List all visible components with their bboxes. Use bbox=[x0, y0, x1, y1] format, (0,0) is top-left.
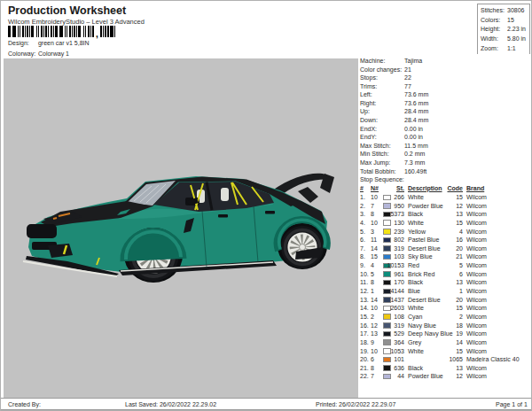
seq-code: 21 bbox=[430, 252, 463, 261]
machine-row-value: 11.5 mm bbox=[404, 142, 428, 151]
machine-row: Stops:22 bbox=[359, 74, 531, 82]
barcode-bars-icon bbox=[100, 26, 115, 37]
seq-stitches: 2603 bbox=[359, 304, 404, 313]
seq-code: 6 bbox=[430, 270, 463, 279]
seq-stitches: 364 bbox=[359, 338, 404, 347]
seq-code: 4 bbox=[430, 228, 463, 237]
stop-sequence-row: 17.13529Deep Navy Blue19Wilcom bbox=[359, 330, 531, 338]
created-by-label: Created By: bbox=[8, 401, 41, 407]
stop-sequence-row: 22.744Powder Blue12Wilcom bbox=[359, 372, 531, 381]
stop-sequence-row: 10.5961Brick Red6Wilcom bbox=[359, 270, 531, 279]
stop-sequence-row: 7.14319Desert Blue20Wilcom bbox=[359, 244, 531, 253]
summary-row: Height:2.23 in bbox=[478, 25, 529, 35]
summary-row-value: 5.80 in bbox=[507, 35, 526, 44]
page-number: Page 1 of 1 bbox=[496, 401, 528, 407]
seq-stitches: 239 bbox=[359, 228, 404, 237]
seq-code: 13 bbox=[430, 364, 463, 373]
stop-sequence-row: 6.11802Pastel Blue16Wilcom bbox=[359, 236, 531, 244]
seq-code: 19 bbox=[430, 330, 463, 338]
machine-row: Machine:Tajima bbox=[359, 57, 531, 66]
stop-sequence-row: 12.14144Blue1Wilcom bbox=[359, 287, 531, 296]
seq-stitches: 1053 bbox=[359, 347, 404, 356]
machine-row-label: Trims: bbox=[360, 82, 377, 91]
seq-brand: Wilcom bbox=[466, 261, 487, 270]
machine-row: Up:28.4 mm bbox=[359, 107, 531, 116]
summary-row: Colors:15 bbox=[478, 16, 529, 26]
machine-row-label: Max Jump: bbox=[360, 159, 390, 167]
seq-description: Black bbox=[408, 364, 423, 373]
car-embroidery-design bbox=[14, 169, 342, 311]
summary-box: Stitches:30806Colors:15Height:2.23 inWid… bbox=[477, 4, 530, 56]
seq-stitches: 319 bbox=[359, 244, 404, 253]
seq-brand: Wilcom bbox=[466, 330, 487, 338]
seq-code: 13 bbox=[430, 278, 463, 287]
seq-stitches: 802 bbox=[359, 236, 404, 244]
machine-row-value: 0.00 in bbox=[404, 133, 423, 142]
seat bbox=[221, 188, 229, 201]
seq-code: 14 bbox=[430, 338, 463, 347]
machine-row-label: Stops: bbox=[360, 74, 378, 82]
front-grille bbox=[27, 224, 57, 238]
seq-brand: Wilcom bbox=[466, 304, 487, 313]
machine-row-label: Left: bbox=[360, 90, 372, 99]
door-handle bbox=[265, 211, 275, 214]
seq-brand: Wilcom bbox=[466, 296, 487, 305]
seq-brand: Wilcom bbox=[466, 219, 487, 228]
stop-sequence-row: 4.10130White15Wilcom bbox=[359, 219, 531, 228]
machine-row: Min Stitch:0.2 mm bbox=[359, 150, 531, 159]
stop-sequence-row: 16.12319Navy Blue18Wilcom bbox=[359, 322, 531, 330]
summary-row: Zoom:1:1 bbox=[478, 44, 529, 54]
summary-row-value: 15 bbox=[507, 16, 514, 26]
machine-row-value: 0.00 in bbox=[404, 125, 423, 134]
seq-stitches: 319 bbox=[359, 322, 404, 330]
machine-row-value: 73.6 mm bbox=[404, 90, 428, 99]
seq-brand: Wilcom bbox=[466, 347, 487, 356]
stop-sequence-rows: 1.10266White15Wilcom2.7950Powder Blue12W… bbox=[359, 193, 531, 381]
seq-stitches: 950 bbox=[359, 202, 404, 211]
seq-stitches: 529 bbox=[359, 330, 404, 338]
machine-row: Max Jump:7.3 mm bbox=[359, 159, 531, 167]
seq-stitches: 44 bbox=[359, 372, 404, 381]
machine-row: Color changes:21 bbox=[359, 66, 531, 74]
seq-code: 15 bbox=[430, 304, 463, 313]
seq-description: White bbox=[408, 219, 424, 228]
seq-description: Blue bbox=[408, 287, 420, 296]
seq-stitches: 101 bbox=[359, 355, 404, 364]
seq-brand: Madeira Classic 40 bbox=[466, 355, 520, 364]
stop-sequence-header: # N# St. Description Code Brand bbox=[359, 185, 531, 194]
design-value: green car v1 5,8IN bbox=[38, 40, 90, 46]
machine-row-label: EndX: bbox=[360, 125, 377, 134]
colorway-label: Colorway: bbox=[8, 50, 36, 57]
summary-row-value: 30806 bbox=[507, 6, 524, 16]
seq-code: 1065 bbox=[430, 355, 463, 364]
app-subtitle: Wilcom EmbroideryStudio – Level 3 Advanc… bbox=[8, 18, 145, 26]
seq-brand: Wilcom bbox=[466, 287, 487, 296]
seq-brand: Wilcom bbox=[466, 210, 487, 219]
seq-brand: Wilcom bbox=[466, 202, 487, 211]
seq-stitches: 1437 bbox=[359, 296, 404, 305]
stop-sequence-row: 21.8636Black13Wilcom bbox=[359, 364, 531, 373]
machine-row-label: EndY: bbox=[360, 133, 377, 142]
stop-sequence-row: 5.3239Yellow4Wilcom bbox=[359, 228, 531, 237]
machine-row-label: Color changes: bbox=[360, 66, 402, 74]
footer-bar: Created By: Last Saved: 26/02/2022 22.29… bbox=[1, 398, 532, 410]
seq-brand: Wilcom bbox=[466, 236, 487, 244]
page-title: Production Worksheet bbox=[8, 4, 126, 17]
seq-code: 15 bbox=[430, 219, 463, 228]
colorway-row: Colorway: Colorway 1 bbox=[8, 50, 69, 57]
machine-row: Down:28.4 mm bbox=[359, 116, 531, 125]
seq-brand: Wilcom bbox=[466, 313, 487, 322]
machine-row-value: 21 bbox=[404, 66, 411, 74]
col-header-code: Code bbox=[430, 185, 463, 191]
seq-description: Black bbox=[408, 278, 423, 287]
info-panel: Machine:TajimaColor changes:21Stops:22Tr… bbox=[359, 54, 531, 398]
seq-brand: Wilcom bbox=[466, 364, 487, 373]
seq-stitches: 4144 bbox=[359, 287, 404, 296]
barcode-separator: , bbox=[96, 32, 98, 37]
stop-sequence-row: 18.9364Grey14Wilcom bbox=[359, 338, 531, 347]
machine-row: Trims:77 bbox=[359, 82, 531, 91]
machine-row-value: 22 bbox=[404, 74, 411, 82]
seq-description: Cyan bbox=[408, 313, 422, 322]
summary-row: Width:5.80 in bbox=[478, 35, 529, 44]
design-barcode: , bbox=[8, 26, 115, 37]
